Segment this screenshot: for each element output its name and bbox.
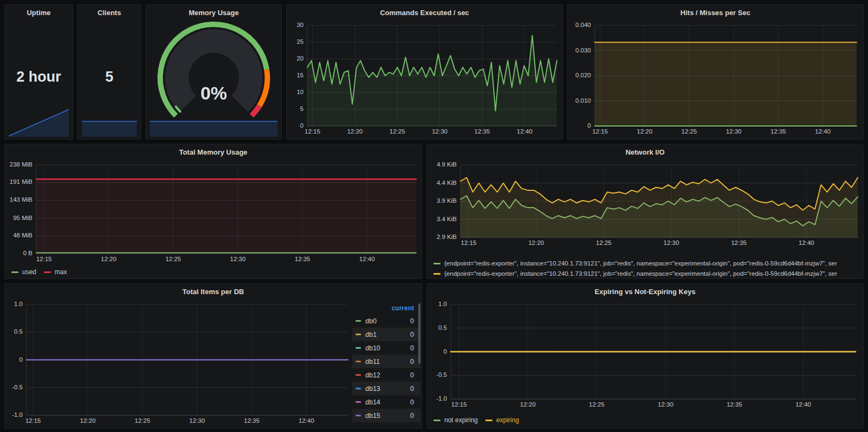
panel-title-hits-misses[interactable]: Hits / Misses per Sec [568,5,863,20]
legend-swatch [433,263,440,264]
hits-misses-chart[interactable]: 00.0100.0200.0300.04012:1512:2012:2512:3… [568,21,863,137]
legend-label: {endpoint="redis-exporter", instance="10… [444,270,837,277]
x-tick-label: 12:25 [127,417,157,424]
x-tick-label: 12:20 [340,128,370,135]
x-tick-label: 12:20 [73,417,103,424]
panel-uptime: Uptime 2 hour [4,4,73,139]
x-tick-label: 12:40 [291,417,321,424]
x-tick-label: 12:15 [297,128,327,135]
x-tick-label: 12:20 [94,256,124,262]
clients-sparkline [82,121,137,137]
sparkline-canvas [9,109,69,137]
y-tick-label: 0 [19,356,23,363]
x-tick-label: 12:15 [18,417,48,424]
panel-title-total-items[interactable]: Total Items per DB [5,284,422,299]
items-legend-table: current db00db10db100db110db120db130db14… [352,302,420,427]
y-tick-label: 0.5 [14,328,23,335]
y-tick-label: 1.0 [14,301,23,307]
legend-swatch [44,271,51,273]
y-tick-label: 0.010 [575,97,591,104]
legend-swatch [485,420,492,421]
y-tick-label: 10 [297,89,304,95]
total-memory-legend: usedmax [11,268,67,276]
legend-current-header[interactable]: current [352,302,420,314]
legend-item-used[interactable]: used [11,268,36,276]
legend-scrollbar-thumb[interactable] [418,303,420,364]
legend-db-label: db13 [365,385,410,393]
legend-db-label: db14 [365,398,410,406]
legend-swatch [356,347,361,349]
legend-swatch [356,415,361,416]
network-io-chart[interactable]: 2.9 KiB3.4 KiB3.9 KiB4.4 KiB4.9 KiB12:15… [427,161,863,248]
legend-row-db12[interactable]: db120 [352,368,420,382]
y-tick-label: 0.5 [438,324,447,331]
x-tick-label: 12:20 [521,240,551,246]
y-tick-label: 3.9 KiB [437,197,457,204]
legend-item-not-expiring[interactable]: not expiring [433,416,478,424]
series-fill-max [36,179,416,254]
legend-current-value: 0 [410,358,414,365]
legend-swatch [356,401,361,403]
panel-title-total-memory[interactable]: Total Memory Usage [5,144,422,159]
y-tick-label: 48 MiB [13,232,32,238]
panel-total-memory: Total Memory Usage 0 B48 MiB95 MiB143 Mi… [4,144,422,279]
panel-title-uptime[interactable]: Uptime [5,5,73,20]
x-tick-label: 12:35 [719,401,749,408]
x-tick-label: 12:25 [674,128,705,135]
panel-title-network-io[interactable]: Network I/O [427,144,863,159]
panel-clients: Clients 5 [77,4,141,139]
gauge-value-label: 0% [150,83,277,104]
x-tick-label: 12:30 [425,128,455,135]
legend-row-db14[interactable]: db140 [352,395,420,409]
legend-row-db0[interactable]: db00 [352,314,420,328]
panel-network-io: Network I/O 2.9 KiB3.4 KiB3.9 KiB4.4 KiB… [426,144,864,279]
x-tick-label: 12:35 [763,128,793,135]
legend-row-db1[interactable]: db10 [352,328,420,341]
panel-memory-usage: Memory Usage 0% [146,4,282,139]
legend-row-db10[interactable]: db100 [352,341,420,355]
sparkline-canvas [82,121,137,137]
x-tick-label: 12:20 [512,401,543,408]
legend-row-db13[interactable]: db130 [352,382,420,395]
x-tick-label: 12:40 [788,401,818,408]
panel-title-clients[interactable]: Clients [78,5,141,20]
commands-chart[interactable]: 05101520253012:1512:2012:2512:3012:3512:… [287,21,562,137]
y-tick-label: 95 MiB [13,215,32,221]
y-tick-label: 0.020 [575,72,591,78]
legend-current-value: 0 [410,398,414,406]
legend-label: expiring [496,416,519,424]
legend-label: not expiring [444,416,478,424]
legend-item--endpoint-redis-exporter-insta[interactable]: {endpoint="redis-exporter", instance="10… [433,260,861,267]
x-tick-label: 12:35 [236,417,267,424]
legend-row-db11[interactable]: db110 [352,355,420,368]
chart-canvas [427,161,863,248]
y-tick-label: 143 MiB [10,196,32,203]
panel-title-memory-usage[interactable]: Memory Usage [146,5,281,20]
panel-title-expiring-keys[interactable]: Expiring vs Not-Expiring Keys [427,284,863,299]
panel-title-commands-executed[interactable]: Commands Executed / sec [287,5,562,20]
legend-item-max[interactable]: max [44,268,67,276]
y-tick-label: 4.9 KiB [437,161,457,168]
x-tick-label: 12:25 [158,256,188,262]
legend-item-expiring[interactable]: expiring [485,416,519,424]
expiring-keys-chart[interactable]: -1.0-0.500.51.012:1512:2012:2512:3012:35… [427,300,863,410]
chart-canvas [5,300,351,426]
panel-commands-executed: Commands Executed / sec 05101520253012:1… [286,4,563,139]
x-tick-label: 12:15 [444,401,474,408]
legend-item--endpoint-redis-exporter-insta[interactable]: {endpoint="redis-exporter", instance="10… [433,270,861,277]
total-memory-chart[interactable]: 0 B48 MiB95 MiB143 MiB191 MiB238 MiB12:1… [5,161,422,264]
x-tick-label: 12:15 [29,256,59,262]
legend-db-label: db1 [365,331,410,338]
y-tick-label: 238 MiB [10,161,32,168]
clients-value: 5 [78,69,141,85]
legend-swatch [356,388,361,389]
total-items-chart[interactable]: -1.0-0.500.51.012:1512:2012:2512:3012:35… [5,300,351,426]
legend-row-db15[interactable]: db150 [352,409,420,422]
x-tick-label: 12:40 [509,128,540,135]
memory-usage-sparkline [150,121,278,137]
legend-current-value: 0 [410,412,414,420]
legend-swatch [433,420,440,421]
x-tick-label: 12:20 [629,128,660,135]
x-tick-label: 12:40 [807,128,838,135]
x-tick-label: 12:30 [182,417,212,424]
